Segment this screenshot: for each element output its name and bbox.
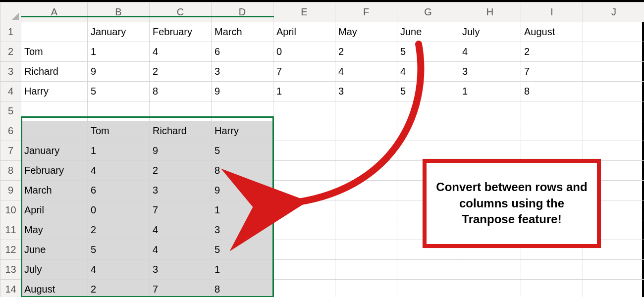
cell[interactable]: 9 bbox=[212, 82, 273, 101]
cell[interactable] bbox=[459, 101, 521, 121]
cell[interactable] bbox=[583, 121, 644, 141]
cell[interactable] bbox=[273, 200, 335, 220]
cell[interactable] bbox=[397, 280, 459, 297]
cell[interactable] bbox=[273, 240, 335, 260]
cell[interactable] bbox=[273, 161, 335, 181]
cell[interactable]: 3 bbox=[335, 82, 397, 101]
cell[interactable]: 2 bbox=[150, 62, 212, 82]
row-header-11[interactable]: 11 bbox=[0, 220, 21, 240]
cell[interactable]: 5 bbox=[212, 240, 273, 260]
cell[interactable] bbox=[273, 101, 335, 121]
cell[interactable]: 2 bbox=[335, 42, 397, 62]
cell[interactable] bbox=[212, 101, 273, 121]
cell[interactable]: 2 bbox=[88, 280, 150, 297]
cell[interactable]: 1 bbox=[88, 42, 150, 62]
row-header-3[interactable]: 3 bbox=[0, 62, 21, 82]
cell[interactable]: 3 bbox=[212, 62, 273, 82]
cell[interactable]: June bbox=[21, 240, 88, 260]
col-header-I[interactable]: I bbox=[521, 2, 583, 22]
cell[interactable] bbox=[583, 141, 644, 161]
cell[interactable]: 9 bbox=[88, 62, 150, 82]
cell[interactable]: 1 bbox=[459, 82, 521, 101]
cell[interactable]: 9 bbox=[212, 181, 273, 200]
row-header-7[interactable]: 7 bbox=[0, 141, 21, 161]
col-header-F[interactable]: F bbox=[335, 2, 397, 22]
cell[interactable] bbox=[273, 181, 335, 200]
cell[interactable] bbox=[335, 280, 397, 297]
cell[interactable]: 5 bbox=[397, 42, 459, 62]
cell[interactable]: 3 bbox=[212, 220, 273, 240]
col-header-H[interactable]: H bbox=[459, 2, 521, 22]
cell[interactable]: 8 bbox=[150, 82, 212, 101]
cell[interactable] bbox=[583, 101, 644, 121]
cell[interactable] bbox=[335, 121, 397, 141]
col-header-C[interactable]: C bbox=[150, 2, 212, 22]
cell[interactable]: 1 bbox=[88, 141, 150, 161]
cell[interactable]: 3 bbox=[150, 181, 212, 200]
cell[interactable]: 5 bbox=[88, 240, 150, 260]
cell[interactable] bbox=[273, 260, 335, 280]
cell[interactable]: 3 bbox=[150, 260, 212, 280]
cell[interactable] bbox=[21, 121, 88, 141]
cell[interactable]: March bbox=[21, 181, 88, 200]
row-header-5[interactable]: 5 bbox=[0, 101, 21, 121]
cell[interactable] bbox=[397, 121, 459, 141]
cell[interactable]: 4 bbox=[150, 240, 212, 260]
col-header-E[interactable]: E bbox=[273, 2, 335, 22]
cell[interactable]: 4 bbox=[397, 62, 459, 82]
col-header-B[interactable]: B bbox=[88, 2, 150, 22]
cell[interactable] bbox=[335, 181, 397, 200]
cell[interactable]: February bbox=[21, 161, 88, 181]
row-header-14[interactable]: 14 bbox=[0, 280, 21, 297]
row-header-12[interactable]: 12 bbox=[0, 240, 21, 260]
cell[interactable]: 4 bbox=[150, 42, 212, 62]
cell[interactable]: 1 bbox=[273, 82, 335, 101]
cell[interactable]: 6 bbox=[212, 42, 273, 62]
cell[interactable]: July bbox=[459, 22, 521, 42]
cell[interactable] bbox=[583, 42, 644, 62]
cell[interactable]: 4 bbox=[88, 260, 150, 280]
cell[interactable]: Harry bbox=[21, 82, 88, 101]
cell[interactable] bbox=[273, 280, 335, 297]
cell[interactable] bbox=[397, 101, 459, 121]
cell[interactable] bbox=[583, 62, 644, 82]
cell[interactable]: 0 bbox=[273, 42, 335, 62]
cell[interactable]: May bbox=[21, 220, 88, 240]
cell[interactable]: August bbox=[521, 22, 583, 42]
cell[interactable]: August bbox=[21, 280, 88, 297]
cell[interactable]: 1 bbox=[212, 200, 273, 220]
cell[interactable] bbox=[273, 141, 335, 161]
cell[interactable]: 4 bbox=[150, 220, 212, 240]
cell[interactable]: 2 bbox=[88, 220, 150, 240]
cell[interactable] bbox=[459, 121, 521, 141]
select-all-corner[interactable] bbox=[0, 2, 21, 22]
cell[interactable]: Richard bbox=[150, 121, 212, 141]
cell[interactable]: 1 bbox=[212, 260, 273, 280]
cell[interactable] bbox=[521, 280, 583, 297]
col-header-J[interactable]: J bbox=[583, 2, 644, 22]
row-header-1[interactable]: 1 bbox=[0, 22, 21, 42]
cell[interactable] bbox=[21, 22, 88, 42]
cell[interactable]: June bbox=[397, 22, 459, 42]
cell[interactable] bbox=[21, 101, 88, 121]
row-header-10[interactable]: 10 bbox=[0, 200, 21, 220]
cell[interactable] bbox=[88, 101, 150, 121]
cell[interactable]: 5 bbox=[88, 82, 150, 101]
cell[interactable] bbox=[521, 101, 583, 121]
cell[interactable] bbox=[335, 101, 397, 121]
cell[interactable]: 2 bbox=[150, 161, 212, 181]
row-header-8[interactable]: 8 bbox=[0, 161, 21, 181]
cell[interactable]: April bbox=[21, 200, 88, 220]
cell[interactable]: January bbox=[21, 141, 88, 161]
cell[interactable]: Tom bbox=[88, 121, 150, 141]
cell[interactable]: March bbox=[212, 22, 273, 42]
cell[interactable]: January bbox=[88, 22, 150, 42]
cell[interactable]: 5 bbox=[212, 141, 273, 161]
cell[interactable] bbox=[335, 141, 397, 161]
cell[interactable]: Richard bbox=[21, 62, 88, 82]
cell[interactable] bbox=[335, 220, 397, 240]
cell[interactable]: 7 bbox=[150, 280, 212, 297]
cell[interactable] bbox=[583, 22, 644, 42]
row-header-2[interactable]: 2 bbox=[0, 42, 21, 62]
cell[interactable] bbox=[459, 280, 521, 297]
